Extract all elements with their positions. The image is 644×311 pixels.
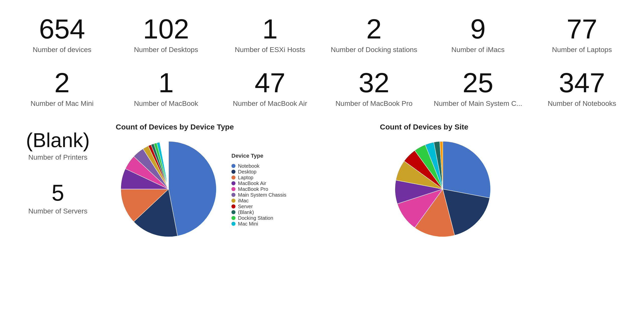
stat-number: 654	[39, 15, 85, 43]
stat-card: 47 Number of MacBook Air	[218, 61, 322, 113]
legend-label: Notebook	[238, 163, 260, 169]
stat-card: 102 Number of Desktops	[114, 8, 218, 59]
servers-number: 5	[52, 182, 64, 204]
stat-number: 1	[158, 69, 174, 97]
stat-card: 1 Number of ESXi Hosts	[218, 8, 322, 59]
device-type-chart-title: Count of Devices by Device Type	[116, 123, 360, 131]
stats-row-2: 2 Number of Mac Mini 1 Number of MacBook…	[10, 61, 634, 113]
legend-dot	[231, 216, 235, 220]
stat-label: Number of Docking stations	[331, 46, 417, 54]
legend-item: Server	[231, 204, 286, 209]
legend-item: (Blank)	[231, 209, 286, 215]
stat-label: Number of MacBook	[134, 100, 198, 108]
legend-title: Device Type	[231, 153, 286, 159]
legend-item: Docking Station	[231, 215, 286, 221]
legend-dot	[231, 199, 235, 203]
legend-item: Laptop	[231, 175, 286, 181]
site-chart-section: Count of Devices by Site	[370, 118, 634, 248]
legend-label: Main System Chassis	[238, 192, 286, 198]
legend-dot	[231, 193, 235, 197]
legend-dot	[231, 175, 235, 180]
stats-row-1: 654 Number of devices 102 Number of Desk…	[10, 8, 634, 59]
device-type-chart-container: Device Type Notebook Desktop Laptop MacB…	[116, 136, 360, 243]
stat-card: 1 Number of MacBook	[114, 61, 218, 113]
legend-label: Docking Station	[238, 215, 273, 221]
stat-label: Number of Mac Mini	[30, 100, 94, 108]
stat-label: Number of Desktops	[134, 46, 198, 54]
stat-label: Number of Main System C...	[434, 100, 522, 108]
blank-label: Number of Printers	[28, 153, 88, 161]
stat-number: 2	[366, 15, 382, 43]
stat-number: 1	[262, 15, 278, 43]
stat-label: Number of Laptops	[552, 46, 612, 54]
stat-number: 25	[463, 69, 493, 97]
stat-number: 9	[470, 15, 486, 43]
site-pie-svg	[380, 136, 506, 242]
stat-number: 102	[143, 15, 189, 43]
stat-card: 654 Number of devices	[10, 8, 114, 59]
legend-item: Desktop	[231, 169, 286, 175]
stat-label: Number of ESXi Hosts	[235, 46, 305, 54]
stat-label: Number of iMacs	[451, 46, 505, 54]
bottom-section: (Blank) Number of Printers 5 Number of S…	[10, 118, 634, 248]
legend-dot	[231, 204, 235, 208]
legend-item: MacBook Air	[231, 181, 286, 186]
legend-item: Main System Chassis	[231, 192, 286, 198]
servers-card: 5 Number of Servers	[20, 174, 96, 220]
stat-label: Number of MacBook Pro	[335, 100, 413, 108]
legend-label: MacBook Air	[238, 181, 266, 186]
legend-dot	[231, 210, 235, 214]
legend-label: Laptop	[238, 175, 253, 181]
blank-printers-card: (Blank) Number of Printers	[20, 123, 96, 166]
legend-label: Mac Mini	[238, 221, 258, 227]
blank-number: (Blank)	[26, 130, 90, 150]
stat-card: 77 Number of Laptops	[530, 8, 634, 59]
site-pie-wrapper	[380, 136, 624, 243]
stat-number: 47	[255, 69, 285, 97]
legend-dot	[231, 181, 235, 185]
legend-item: iMac	[231, 198, 286, 204]
device-type-pie	[116, 136, 221, 243]
legend-dot	[231, 187, 235, 191]
legend-label: MacBook Pro	[238, 186, 268, 192]
device-type-chart-section: Count of Devices by Device Type Device T…	[106, 118, 370, 248]
legend-item: MacBook Pro	[231, 186, 286, 192]
legend-dot	[231, 222, 235, 226]
pie-slice	[169, 141, 216, 236]
legend-label: iMac	[238, 198, 249, 204]
stat-label: Number of devices	[33, 46, 91, 54]
stat-card: 9 Number of iMacs	[426, 8, 530, 59]
stat-label: Number of MacBook Air	[233, 100, 307, 108]
stat-label: Number of Notebooks	[548, 100, 616, 108]
legend-label: (Blank)	[238, 209, 254, 215]
legend-dot	[231, 170, 235, 174]
legend-item: Notebook	[231, 163, 286, 169]
device-type-legend: Device Type Notebook Desktop Laptop MacB…	[231, 153, 286, 227]
legend-label: Server	[238, 204, 253, 209]
legend-label: Desktop	[238, 169, 256, 175]
stat-number: 2	[54, 69, 70, 97]
device-type-pie-svg	[116, 136, 221, 242]
stat-number: 32	[358, 69, 389, 97]
legend-item: Mac Mini	[231, 221, 286, 227]
servers-label: Number of Servers	[28, 207, 88, 215]
stat-card: 2 Number of Mac Mini	[10, 61, 114, 113]
left-stats: (Blank) Number of Printers 5 Number of S…	[10, 118, 106, 248]
stat-card: 2 Number of Docking stations	[322, 8, 426, 59]
legend-dot	[231, 164, 235, 168]
stat-card: 347 Number of Notebooks	[530, 61, 634, 113]
stat-number: 77	[567, 15, 597, 43]
stat-card: 32 Number of MacBook Pro	[322, 61, 426, 113]
pie-slice	[443, 141, 491, 198]
stat-card: 25 Number of Main System C...	[426, 61, 530, 113]
site-chart-title: Count of Devices by Site	[380, 123, 624, 131]
stat-number: 347	[559, 69, 605, 97]
